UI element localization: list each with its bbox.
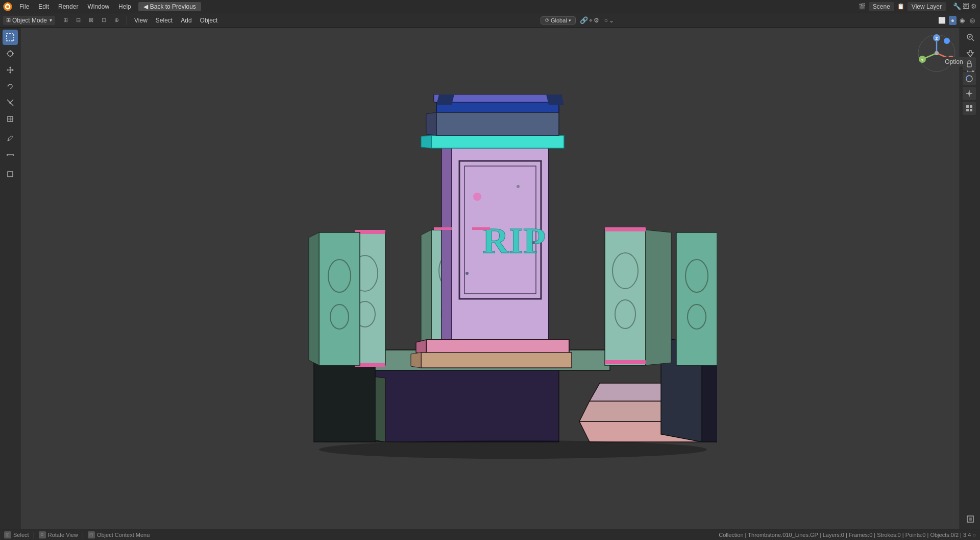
select-menu-button[interactable]: Select (153, 16, 176, 25)
camera-lock-btn[interactable] (963, 57, 976, 71)
measure-tool[interactable] (3, 147, 18, 162)
svg-marker-74 (426, 112, 436, 135)
move-tool[interactable] (3, 62, 18, 78)
svg-point-107 (968, 92, 971, 95)
proportional-editing: ○ ⌄ (604, 17, 614, 24)
solid-mode-btn[interactable]: ● (949, 16, 957, 25)
view-layer-selector[interactable]: View Layer (908, 2, 946, 11)
menu-item-window[interactable]: Window (83, 2, 113, 11)
svg-marker-15 (12, 69, 14, 71)
scale-tool[interactable] (3, 95, 18, 110)
render-region-tool[interactable] (963, 511, 978, 527)
proportional-icon[interactable]: ○ (604, 17, 608, 24)
svg-marker-86 (436, 95, 454, 105)
rotate-status: ⊙ Rotate View (39, 531, 78, 538)
viewport-canvas: RIP (20, 28, 980, 529)
svg-point-79 (532, 241, 535, 244)
mode-dropdown-icon: ▾ (50, 17, 52, 23)
mode-icon: ⊞ (6, 17, 11, 24)
scene-icon: 🎬 (859, 3, 866, 10)
add-menu-button[interactable]: Add (178, 16, 194, 25)
svg-marker-14 (7, 69, 8, 71)
top-menu-bar: File Edit Render Window Help ◀ Back to P… (0, 0, 980, 13)
toolbar-separator-1 (127, 16, 127, 25)
layout-icon-2[interactable]: ⊟ (72, 15, 84, 26)
mode-label: Object Mode (12, 17, 47, 24)
svg-marker-13 (9, 72, 11, 74)
svg-marker-84 (421, 353, 572, 368)
layout-icon-5[interactable]: ⊕ (110, 15, 122, 26)
svg-rect-62 (605, 360, 646, 364)
render-mode-btn[interactable]: ◎ (968, 16, 977, 25)
snap-icon[interactable]: 🔗 (580, 16, 588, 24)
svg-point-78 (473, 193, 481, 201)
svg-rect-4 (7, 34, 14, 41)
svg-text:Z: Z (936, 36, 938, 41)
render-settings-icon[interactable]: 🔧 (953, 3, 961, 10)
status-divider-2: | (82, 531, 84, 538)
orientation-icon: ⟳ (545, 17, 549, 23)
svg-marker-85 (411, 353, 421, 368)
context-menu-label: Object Context Menu (97, 532, 150, 538)
mode-selector[interactable]: ⊞ Object Mode ▾ (3, 16, 55, 25)
snap-settings-icon[interactable]: ⚙ (594, 17, 599, 24)
view-menu-button[interactable]: View (131, 16, 151, 25)
svg-line-113 (972, 39, 974, 41)
menu-item-render[interactable]: Render (54, 2, 82, 11)
select-box-tool[interactable] (3, 30, 18, 45)
collection-info: Collection | Thrombstone.010_Lines.GP | … (719, 532, 976, 538)
header-right-panel: 🎬 Scene 📋 View Layer 🔧 🖼 ⚙ (859, 2, 977, 11)
svg-rect-103 (967, 63, 971, 67)
menu-item-edit[interactable]: Edit (34, 2, 53, 11)
layout-icon-3[interactable]: ⊠ (85, 15, 97, 26)
zoom-tool[interactable] (963, 30, 978, 45)
proportional-type-icon[interactable]: ⌄ (609, 17, 614, 24)
transform-tool[interactable] (3, 111, 18, 127)
material-mode-btn[interactable]: ◉ (958, 16, 967, 25)
cursor-tool[interactable] (3, 46, 18, 61)
output-settings-icon[interactable]: 🖼 (963, 3, 969, 10)
mouse-right-icon: ◰ (88, 531, 95, 538)
layout-icon-4[interactable]: ⊡ (97, 15, 110, 26)
object-menu-button[interactable]: Object (197, 16, 221, 25)
svg-point-81 (517, 185, 520, 188)
back-to-previous-label: Back to Previous (150, 3, 196, 10)
add-primitive-tool[interactable] (3, 167, 18, 182)
middle-mouse-icon: ⊙ (39, 531, 46, 538)
svg-point-102 (944, 38, 950, 44)
svg-point-80 (465, 272, 469, 275)
context-menu-status: ◰ Object Context Menu (88, 531, 150, 538)
svg-point-101 (935, 51, 939, 55)
viewport-toolbar: ⊞ Object Mode ▾ ⊞ ⊟ ⊠ ⊡ ⊕ View Select Ad… (0, 13, 980, 28)
menu-item-help[interactable]: Help (114, 2, 135, 11)
viewport-gizmo: Z X Y (916, 33, 957, 74)
snap-magnet-icon[interactable]: ⌖ (589, 17, 593, 24)
shading-dots-icon[interactable]: ⚙ (971, 3, 977, 10)
svg-text:RIP: RIP (482, 220, 546, 261)
status-bar: ◱ Select | ⊙ Rotate View | ◰ Object Cont… (0, 529, 980, 540)
back-to-previous-button[interactable]: ◀ Back to Previous (138, 2, 201, 11)
rotate-tool[interactable] (3, 79, 18, 94)
layout-icons: ⊞ ⊟ ⊠ ⊡ ⊕ (59, 15, 122, 26)
viewport-shading-overlay-btn[interactable] (963, 72, 976, 85)
svg-point-20 (9, 102, 11, 104)
menu-item-file[interactable]: File (15, 2, 33, 11)
svg-point-90 (319, 440, 707, 459)
viewport[interactable]: RIP (20, 28, 980, 529)
svg-text:Y: Y (921, 58, 924, 62)
snap-overlay-btn[interactable] (963, 102, 976, 115)
svg-marker-57 (605, 230, 646, 365)
transform-orientation[interactable]: ⟳ Global ▾ (541, 16, 576, 25)
svg-rect-108 (966, 105, 969, 108)
back-arrow-icon: ◀ (143, 3, 148, 10)
annotate-tool[interactable] (3, 131, 18, 146)
svg-marker-72 (421, 135, 431, 148)
scene-selector[interactable]: Scene (869, 2, 894, 11)
header-icon-buttons: 🔧 🖼 ⚙ (953, 3, 977, 10)
wireframe-mode-btn[interactable]: ⬜ (936, 16, 948, 25)
layout-icon-1[interactable]: ⊞ (59, 15, 71, 26)
svg-marker-71 (431, 135, 564, 148)
gizmo-overlay-btn[interactable] (963, 87, 976, 100)
viewport-overlay-buttons (963, 57, 976, 115)
svg-point-5 (8, 51, 13, 56)
